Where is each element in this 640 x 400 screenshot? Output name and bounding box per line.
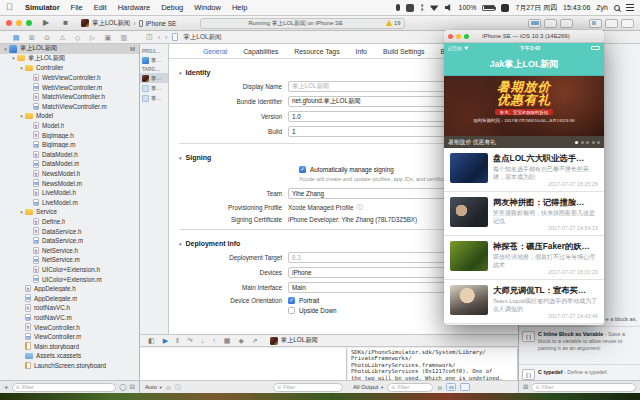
file-row-DataModel.m[interactable]: mDataModel.m — [0, 159, 139, 169]
file-row-NewsModel.m[interactable]: mNewsModel.m — [0, 178, 139, 188]
menu-date[interactable]: 7月27日 周四 — [515, 3, 557, 13]
file-row-掌上LOL新闻[interactable]: ▾掌上LOL新闻M — [0, 44, 139, 54]
file-row-rootNavVC.m[interactable]: mrootNavVC.m — [0, 313, 139, 323]
stop-button[interactable]: ■ — [63, 18, 68, 28]
carousel-banner[interactable]: 暑期放价 优惠有礼 首充、宝宝皮肤限时折扣 限时抢购时间：2017年7月26日1… — [444, 76, 604, 136]
standard-editor-button[interactable] — [528, 19, 541, 28]
file-row-NewsModel.h[interactable]: hNewsModel.h — [0, 169, 139, 179]
hide-debug-area-icon[interactable]: ◧ — [148, 336, 155, 345]
toggle-debug-area-button[interactable] — [605, 19, 618, 28]
version-editor-button[interactable] — [560, 19, 573, 28]
debug-navigator-icon[interactable]: ▷ — [90, 33, 95, 42]
toggle-navigator-button[interactable] — [589, 19, 602, 28]
file-row-Model[interactable]: ▾Model — [0, 111, 139, 121]
recent-files-icon[interactable]: ◯ — [119, 383, 126, 391]
console-filter-field[interactable]: ⊙Filter — [387, 383, 433, 392]
file-row-Controller[interactable]: ▾Controller — [0, 63, 139, 73]
info-icon[interactable]: ⓘ — [356, 203, 362, 212]
related-items-icon[interactable]: ◫ — [146, 33, 153, 41]
display-name-field[interactable]: 掌上LOL新闻 — [288, 81, 458, 92]
dictation-icon[interactable] — [396, 4, 400, 11]
main-interface-dropdown[interactable]: Main ▾ — [288, 282, 458, 293]
tab-general[interactable]: General — [203, 48, 227, 55]
file-row-rootNavVC.h[interactable]: hrootNavVC.h — [0, 303, 139, 313]
toggle-utilities-button[interactable] — [621, 19, 634, 28]
portrait-checkbox[interactable]: ✓ — [288, 297, 295, 304]
target-item-app[interactable]: 掌… — [140, 73, 168, 83]
file-row-WebViewController.h[interactable]: hWebViewController.h — [0, 73, 139, 83]
menu-debug[interactable]: Debug — [161, 3, 183, 12]
input-source-icon[interactable] — [406, 4, 414, 12]
disclosure-icon[interactable]: ▾ — [18, 209, 25, 215]
build-field[interactable]: 1 — [288, 126, 458, 137]
file-row-AppDelegate.m[interactable]: mAppDelegate.m — [0, 293, 139, 303]
siri-icon[interactable] — [501, 4, 509, 12]
file-row-LiveModel.h[interactable]: hLiveModel.h — [0, 188, 139, 198]
file-row-掌上LOL新闻[interactable]: ▾掌上LOL新闻 — [0, 54, 139, 64]
symbol-navigator-icon[interactable]: ⊞ — [29, 33, 35, 42]
memory-graph-icon[interactable]: ◈ — [238, 336, 243, 345]
menu-hardware[interactable]: Hardware — [118, 3, 151, 12]
file-row-Assets.xcassets[interactable]: Assets.xcassets — [0, 351, 139, 361]
disclosure-icon[interactable]: ▾ — [10, 55, 17, 61]
simulator-title-bar[interactable]: iPhone SE — iOS 10.3 (14E269) — [444, 30, 604, 43]
show-variables-pane-button[interactable] — [446, 383, 456, 391]
issue-navigator-icon[interactable]: ⚠ — [59, 33, 65, 42]
zoom-button[interactable] — [464, 34, 469, 39]
target-item-tests[interactable]: 掌… — [140, 83, 168, 93]
file-row-DataService.m[interactable]: mDataService.m — [0, 236, 139, 246]
find-navigator-icon[interactable]: ⊙ — [44, 33, 50, 42]
upside-down-checkbox[interactable] — [288, 307, 295, 314]
bluetooth-icon[interactable] — [420, 4, 424, 12]
info-icon[interactable]: ⓘ — [175, 383, 181, 392]
jump-bar-file[interactable]: 掌上LOL新闻 — [183, 33, 221, 42]
tab-resource-tags[interactable]: Resource Tags — [294, 48, 339, 55]
spotlight-icon[interactable] — [614, 5, 620, 11]
file-row-BigImage.h[interactable]: hBigImage.h — [0, 130, 139, 140]
variables-scope-dropdown[interactable]: Auto ▾ — [145, 384, 162, 390]
carousel-dot[interactable] — [581, 141, 584, 144]
file-row-ViewController.h[interactable]: hViewController.h — [0, 322, 139, 332]
simulate-location-icon[interactable]: ⇗ — [252, 336, 258, 345]
report-navigator-icon[interactable]: ▥ — [121, 33, 128, 42]
breakpoints-icon[interactable]: ▶ — [163, 336, 168, 345]
menu-help[interactable]: Help — [232, 3, 247, 12]
news-item[interactable]: 大师兄调侃TL：宣布买…Team Liquid疯狂签约选手的举动成为了众人调侃的… — [444, 280, 604, 324]
file-row-WebViewController.m[interactable]: mWebViewController.m — [0, 82, 139, 92]
target-item-uitests[interactable]: 掌… — [140, 93, 168, 103]
news-item[interactable]: 盘点LOL六大职业选手…每个知名选手都有自己最不擅长的英雄，基本成为职2017-… — [444, 148, 604, 192]
file-row-Service[interactable]: ▾Service — [0, 207, 139, 217]
zoom-button[interactable] — [26, 20, 32, 26]
news-list[interactable]: 盘点LOL六大职业选手…每个知名选手都有自己最不擅长的英雄，基本成为职2017-… — [444, 148, 604, 325]
file-row-LaunchScreen.storyboard[interactable]: LaunchScreen.storyboard — [0, 361, 139, 371]
wifi-icon[interactable] — [430, 4, 439, 11]
file-row-DataModel.h[interactable]: hDataModel.h — [0, 150, 139, 160]
volume-icon[interactable] — [445, 4, 453, 11]
file-row-Main.storyboard[interactable]: Main.storyboard — [0, 341, 139, 351]
file-row-Define.h[interactable]: hDefine.h — [0, 217, 139, 227]
trash-icon[interactable]: ⊠ — [437, 384, 442, 391]
console-output[interactable]: SDKs/iPhoneSimulator.sdk/System/Library/… — [348, 348, 518, 380]
file-row-LiveModel.m[interactable]: mLiveModel.m — [0, 198, 139, 208]
apple-menu-icon[interactable]:  — [6, 3, 15, 12]
news-item[interactable]: 神探苍：碾压Faker的妖…双倍经济地推，假装打不过等等博心理战术2017-07… — [444, 236, 604, 280]
assistant-editor-button[interactable] — [544, 19, 557, 28]
file-row-ViewController.m[interactable]: mViewController.m — [0, 332, 139, 342]
auto-signing-checkbox[interactable]: ✓ — [299, 166, 306, 173]
disclosure-icon[interactable]: ▾ — [2, 46, 9, 52]
library-grid-icon[interactable]: ⊞ — [523, 383, 528, 391]
disclosure-icon[interactable]: ▾ — [18, 65, 25, 71]
run-button[interactable]: ▶ — [43, 18, 49, 28]
show-console-pane-button[interactable] — [460, 383, 470, 391]
disclosure-icon[interactable]: ▾ — [18, 113, 25, 119]
view-hierarchy-icon[interactable]: ▦ — [224, 336, 231, 345]
battery-icon[interactable] — [482, 5, 495, 11]
file-row-UIColor+Extension.h[interactable]: hUIColor+Extension.h — [0, 265, 139, 275]
carousel-dot[interactable] — [597, 141, 600, 144]
navigator-filter-field[interactable]: ⊙ Filter — [12, 383, 117, 392]
carousel-dots[interactable] — [575, 141, 600, 144]
warning-count[interactable]: 19 — [394, 20, 400, 26]
deployment-target-dropdown[interactable]: 8.3 ▾ — [288, 252, 458, 263]
version-field[interactable]: 1.0 — [288, 111, 458, 122]
bundle-id-field[interactable]: net.gfound.掌上LOL新闻 — [288, 96, 458, 107]
